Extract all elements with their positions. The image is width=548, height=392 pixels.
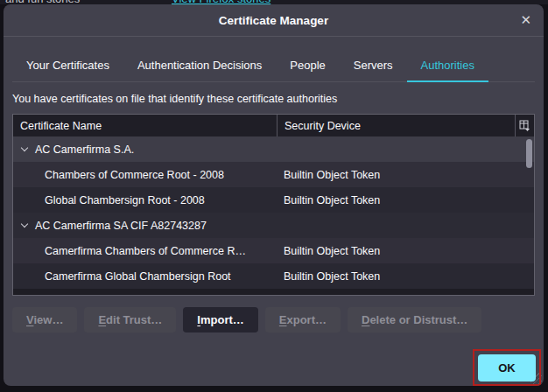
tab-your-certificates[interactable]: Your Certificates — [12, 51, 123, 81]
action-button-row: View… Edit Trust… Import… Export… Delete… — [12, 307, 535, 332]
column-header-certificate-name[interactable]: Certificate Name — [13, 115, 277, 136]
table-row[interactable]: Camerfirma Global Chambersign Root Built… — [13, 263, 534, 289]
tab-authorities[interactable]: Authorities — [407, 51, 488, 82]
table-header: Certificate Name Security Device — [13, 115, 534, 136]
certificate-name: Global Chambersign Root - 2008 — [45, 194, 205, 206]
delete-or-distrust-button[interactable]: Delete or Distrust… — [348, 307, 481, 332]
security-device: Builtin Object Token — [277, 169, 534, 181]
certificate-name: Camerfirma Global Chambersign Root — [45, 270, 231, 283]
certificate-name: Chambers of Commerce Root - 2008 — [45, 169, 224, 181]
dialog-title: Certificate Manager — [219, 14, 328, 27]
table-row[interactable]: Camerfirma Chambers of Commerce R… Built… — [13, 238, 534, 263]
dialog-titlebar: Certificate Manager ✕ — [4, 4, 544, 37]
column-picker-glyph — [519, 120, 530, 131]
certificate-table: Certificate Name Security Device AC Came… — [12, 114, 535, 296]
table-row-group[interactable]: AC Camerfirma S.A. — [13, 136, 534, 162]
chevron-down-icon[interactable] — [21, 144, 28, 151]
edit-trust-button[interactable]: Edit Trust… — [84, 307, 176, 332]
close-icon[interactable]: ✕ — [520, 12, 531, 28]
column-header-security-device[interactable]: Security Device — [277, 115, 515, 136]
security-device: Builtin Object Token — [277, 194, 534, 206]
tab-people[interactable]: People — [276, 51, 339, 81]
view-button[interactable]: View… — [12, 307, 77, 332]
certificate-name: AC Camerfirma S.A. — [35, 144, 134, 156]
chevron-down-icon[interactable] — [21, 220, 28, 228]
tab-authentication-decisions[interactable]: Authentication Decisions — [123, 51, 276, 81]
certificate-name: AC Camerfirma SA CIF A82743287 — [35, 220, 207, 232]
ok-button[interactable]: OK — [478, 354, 536, 382]
import-button[interactable]: Import… — [183, 307, 257, 332]
certificate-name: Camerfirma Chambers of Commerce R… — [45, 245, 246, 257]
tab-servers[interactable]: Servers — [340, 51, 407, 81]
description-text: You have certificates on file that ident… — [12, 93, 535, 105]
column-picker-icon[interactable] — [515, 115, 534, 136]
export-button[interactable]: Export… — [265, 307, 341, 332]
table-row[interactable]: Chambers of Commerce Root - 2008 Builtin… — [13, 162, 534, 187]
table-row-group[interactable]: AC Camerfirma SA CIF A82743287 — [13, 213, 534, 238]
security-device: Builtin Object Token — [277, 245, 534, 257]
tab-bar: Your Certificates Authentication Decisio… — [12, 51, 535, 82]
table-row[interactable]: Global Chambersign Root - 2008 Builtin O… — [13, 187, 534, 213]
scrollbar-thumb[interactable] — [526, 139, 532, 168]
certificate-manager-dialog: Certificate Manager ✕ Your Certificates … — [4, 4, 544, 386]
security-device: Builtin Object Token — [277, 270, 534, 283]
